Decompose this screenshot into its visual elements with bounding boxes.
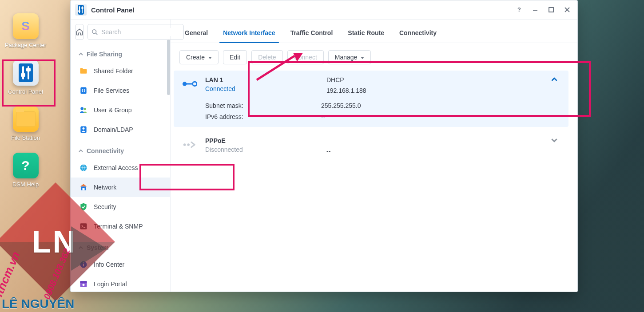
tab-traffic-control[interactable]: Traffic Control	[290, 26, 334, 43]
svg-rect-2	[549, 8, 553, 12]
svg-rect-14	[83, 188, 85, 190]
search-field[interactable]	[87, 24, 184, 40]
svg-point-27	[183, 143, 186, 146]
app-icon	[75, 4, 87, 16]
svg-text:?: ?	[517, 6, 521, 13]
desktop-icon-package-center[interactable]: Package Center	[4, 13, 48, 49]
svg-line-6	[96, 33, 98, 35]
interface-pppoe[interactable]: PPPoE Disconnected --	[174, 131, 568, 161]
chevron-down-icon	[551, 137, 557, 143]
desktop-icon-dsm-help[interactable]: ? DSM Help	[4, 153, 48, 188]
delete-button[interactable]: Delete	[251, 50, 282, 64]
tab-general[interactable]: General	[184, 26, 209, 43]
sidebar-item-label: Login Portal	[94, 280, 127, 288]
expand-button[interactable]	[549, 137, 560, 145]
home-icon	[76, 28, 83, 36]
tab-static-route[interactable]: Static Route	[347, 26, 385, 43]
chevron-up-icon	[79, 52, 83, 56]
interface-details: Subnet mask: 255.255.255.0 IPv6 address:…	[174, 99, 568, 126]
folder-icon	[79, 66, 88, 76]
file-station-icon	[13, 106, 39, 132]
interface-status: Connected	[205, 85, 318, 92]
interface-value: --	[326, 148, 541, 155]
sidebar-item-label: File Services	[94, 87, 129, 94]
tab-connectivity[interactable]: Connectivity	[398, 26, 437, 43]
interface-ip: 192.168.1.188	[326, 87, 541, 94]
tabs: General Network Interface Traffic Contro…	[171, 20, 577, 43]
home-button[interactable]	[75, 24, 84, 40]
watermark-play-icon	[71, 226, 107, 271]
maximize-button[interactable]	[545, 4, 557, 16]
section-toggle-file-sharing[interactable]: File Sharing	[71, 47, 170, 61]
chevron-up-icon	[79, 149, 83, 153]
sidebar-item-external-access[interactable]: External Access	[71, 158, 170, 178]
toolbar: Create Edit Delete Connect Manage	[171, 43, 577, 71]
desktop-icon-file-station[interactable]: File Station	[4, 106, 48, 142]
collapse-button[interactable]	[549, 76, 560, 84]
sidebar-item-label: External Access	[94, 164, 138, 171]
help-button[interactable]: ?	[513, 4, 525, 16]
users-icon	[79, 105, 88, 115]
close-button[interactable]	[561, 4, 573, 16]
edit-button[interactable]: Edit	[223, 50, 247, 64]
external-access-icon	[79, 163, 88, 173]
svg-point-24	[183, 82, 187, 86]
sidebar-item-label: Shared Folder	[94, 67, 133, 75]
detail-value: --	[321, 113, 325, 120]
help-icon: ?	[13, 153, 39, 178]
titlebar: Control Panel ?	[71, 0, 577, 20]
section-toggle-connectivity[interactable]: Connectivity	[71, 144, 170, 158]
detail-key: IPv6 address:	[205, 113, 321, 120]
interface-lan1[interactable]: LAN 1 Connected DHCP 192.168.1.188 Subne…	[174, 71, 568, 127]
sidebar-item-user-group[interactable]: User & Group	[71, 100, 170, 120]
control-panel-window: Control Panel ? File Sharing	[70, 0, 578, 292]
sidebar-item-domain-ldap[interactable]: Domain/LDAP	[71, 120, 170, 139]
sidebar-item-file-services[interactable]: File Services	[71, 81, 170, 100]
interface-name: PPPoE	[205, 137, 318, 144]
sidebar-item-label: User & Group	[94, 107, 132, 114]
section-title: File Sharing	[87, 51, 122, 58]
svg-point-21	[83, 284, 85, 286]
caret-down-icon	[361, 54, 364, 61]
interface-name: LAN 1	[205, 76, 318, 83]
sidebar-item-label: Security	[94, 203, 116, 210]
connect-button[interactable]: Connect	[287, 50, 324, 64]
sidebar-item-shared-folder[interactable]: Shared Folder	[71, 61, 170, 81]
watermark-brand: LÊ NGUYÊN	[2, 297, 74, 311]
pppoe-icon	[182, 137, 197, 152]
desktop-icon-label: Package Center	[5, 42, 46, 49]
manage-button[interactable]: Manage	[328, 50, 371, 64]
window-title: Control Panel	[91, 6, 135, 14]
sidebar-item-network[interactable]: Network	[71, 178, 170, 197]
interface-type: DHCP	[326, 76, 541, 83]
svg-marker-23	[361, 57, 364, 59]
svg-point-28	[187, 143, 190, 146]
svg-point-9	[84, 108, 86, 110]
create-button[interactable]: Create	[179, 50, 219, 64]
detail-key: Subnet mask:	[205, 102, 321, 109]
domain-icon	[79, 125, 88, 134]
chevron-up-icon	[551, 76, 557, 83]
svg-point-8	[80, 107, 83, 110]
svg-rect-20	[80, 281, 87, 283]
interface-status: Disconnected	[205, 146, 318, 153]
detail-value: 255.255.255.0	[321, 102, 361, 109]
login-portal-icon	[79, 279, 88, 289]
sidebar-item-label: Network	[94, 184, 116, 191]
desktop-icon-label: File Station	[11, 134, 40, 142]
desktop-icon-control-panel[interactable]: Control Panel	[4, 60, 48, 95]
sidebar-item-login-portal[interactable]: Login Portal	[71, 274, 170, 292]
sidebar-item-label: Domain/LDAP	[94, 126, 133, 133]
desktop-icon-label: Control Panel	[8, 88, 43, 95]
search-icon	[91, 29, 98, 35]
svg-marker-22	[208, 57, 212, 59]
sidebar-scrollbar[interactable]	[167, 39, 170, 292]
search-input[interactable]	[100, 28, 180, 36]
section-title: Connectivity	[87, 147, 124, 154]
tab-network-interface[interactable]: Network Interface	[222, 26, 276, 43]
svg-point-25	[193, 82, 197, 86]
svg-point-5	[92, 30, 96, 34]
lan-icon	[182, 76, 197, 91]
minimize-button[interactable]	[529, 4, 541, 16]
desktop-icon-label: DSM Help	[12, 181, 39, 188]
